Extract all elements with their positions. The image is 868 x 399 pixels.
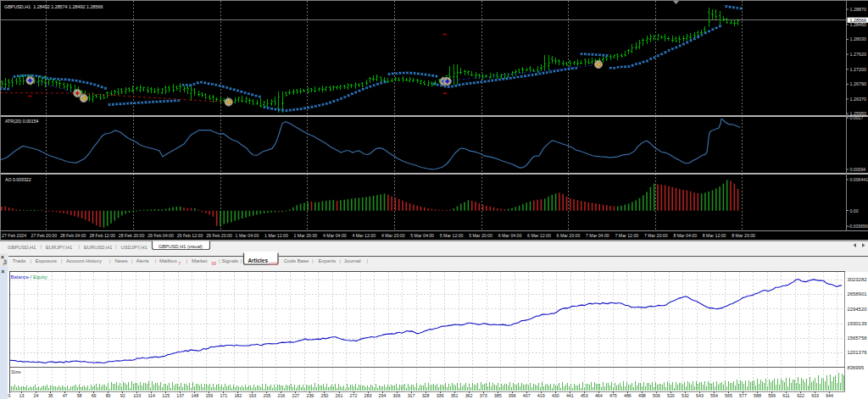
svg-text:1319: 1319 — [269, 261, 278, 266]
svg-text:7 Mar 04:00: 7 Mar 04:00 — [586, 233, 609, 238]
svg-text:92: 92 — [120, 393, 125, 398]
svg-text:633: 633 — [811, 393, 819, 398]
svg-text:565: 565 — [725, 393, 732, 398]
svg-text:1.26790: 1.26790 — [850, 81, 867, 86]
svg-text:Account History: Account History — [66, 258, 102, 263]
svg-text:Code Base: Code Base — [284, 258, 309, 263]
svg-text:Experts: Experts — [319, 258, 336, 263]
svg-text:1 Mar 20:00: 1 Mar 20:00 — [294, 233, 318, 238]
svg-text:99: 99 — [212, 261, 217, 266]
svg-text:1930139: 1930139 — [848, 321, 867, 326]
svg-text:News: News — [114, 258, 127, 263]
svg-text:EURJPY,H1: EURJPY,H1 — [46, 245, 72, 250]
svg-text:294: 294 — [379, 393, 387, 398]
svg-text:0.00094: 0.00094 — [850, 167, 866, 172]
svg-text:80: 80 — [106, 393, 111, 398]
svg-text:103: 103 — [133, 393, 141, 398]
svg-text:6 Mar 20:00: 6 Mar 20:00 — [557, 233, 581, 238]
svg-text:GBPUSD,H1: GBPUSD,H1 — [8, 245, 36, 250]
svg-text:272: 272 — [350, 393, 358, 398]
svg-text:Mailbox: Mailbox — [159, 258, 177, 263]
svg-text:4 Mar 12:00: 4 Mar 12:00 — [352, 233, 376, 238]
svg-text:47: 47 — [63, 393, 68, 398]
svg-text:317: 317 — [408, 393, 415, 398]
svg-text:GBPUSD,H1 (visual): GBPUSD,H1 (visual) — [159, 244, 203, 249]
svg-text:8 Mar 04:00: 8 Mar 04:00 — [673, 233, 697, 238]
svg-text:29 Feb 20:00: 29 Feb 20:00 — [206, 233, 232, 238]
svg-text:1.28566: 1.28566 — [850, 18, 867, 23]
svg-text:644: 644 — [826, 393, 833, 398]
svg-text:283: 283 — [364, 393, 372, 398]
svg-text:7: 7 — [179, 261, 181, 266]
svg-text:Equity: Equity — [33, 274, 47, 280]
svg-text:8 Mar 12:00: 8 Mar 12:00 — [703, 233, 726, 238]
svg-text:4 Mar 04:00: 4 Mar 04:00 — [323, 233, 347, 238]
svg-text:498: 498 — [638, 393, 646, 398]
svg-text:1 Mar 04:00: 1 Mar 04:00 — [236, 233, 259, 238]
svg-text:385: 385 — [494, 393, 502, 398]
svg-text:836995: 836995 — [848, 365, 865, 370]
svg-text:148: 148 — [191, 393, 198, 398]
svg-text:Alerts: Alerts — [136, 258, 149, 263]
svg-text:1565758: 1565758 — [848, 335, 868, 341]
svg-text:137: 137 — [176, 393, 184, 398]
svg-text:5 Mar 04:00: 5 Mar 04:00 — [410, 233, 434, 238]
svg-text:×: × — [1, 254, 4, 260]
svg-text:27 Feb 20:00: 27 Feb 20:00 — [31, 233, 58, 238]
svg-text:28 Feb 04:00: 28 Feb 04:00 — [60, 233, 86, 238]
svg-text:1201376: 1201376 — [848, 350, 868, 355]
svg-text:6 Mar 04:00: 6 Mar 04:00 — [498, 233, 522, 238]
svg-text:1.28030: 1.28030 — [850, 36, 867, 42]
svg-text:1.26370: 1.26370 — [850, 97, 867, 102]
svg-text:125: 125 — [162, 393, 170, 398]
svg-text:159: 159 — [205, 393, 213, 398]
svg-text:5 Mar 20:00: 5 Mar 20:00 — [469, 233, 492, 238]
svg-text:Size: Size — [11, 369, 21, 374]
svg-text:1.27200: 1.27200 — [850, 67, 867, 72]
svg-text:1.28870: 1.28870 — [850, 7, 867, 12]
svg-text:362: 362 — [465, 393, 473, 398]
svg-text:407: 407 — [523, 393, 531, 398]
svg-text:339: 339 — [437, 393, 444, 398]
svg-text:250: 250 — [320, 393, 328, 398]
svg-text:28 Feb 20:00: 28 Feb 20:00 — [119, 233, 145, 238]
svg-text:171: 171 — [220, 393, 227, 398]
svg-text:419: 419 — [537, 393, 545, 398]
svg-text:2658901: 2658901 — [848, 291, 867, 296]
svg-text:464: 464 — [595, 393, 603, 398]
svg-text:Market: Market — [192, 258, 208, 263]
svg-text:509: 509 — [653, 393, 660, 398]
svg-text:35: 35 — [48, 393, 53, 398]
svg-text:373: 373 — [480, 393, 487, 398]
svg-text:69: 69 — [92, 393, 97, 398]
svg-text:5 Mar 12:00: 5 Mar 12:00 — [440, 233, 464, 238]
svg-text:|: | — [115, 244, 117, 249]
svg-text:306: 306 — [393, 393, 401, 398]
svg-text:28 Feb 12:00: 28 Feb 12:00 — [89, 233, 115, 238]
svg-text:396: 396 — [509, 393, 516, 398]
svg-text:599: 599 — [768, 393, 776, 398]
svg-text:EURUSD,H1: EURUSD,H1 — [84, 245, 113, 250]
svg-text:|: | — [79, 244, 81, 249]
svg-text:|: | — [41, 244, 42, 249]
svg-text:Balance: Balance — [11, 274, 30, 280]
svg-text:114: 114 — [147, 393, 154, 398]
svg-text:0.00: 0.00 — [850, 208, 859, 213]
svg-text:588: 588 — [754, 393, 761, 398]
svg-text:Trade: Trade — [13, 258, 26, 263]
svg-text:3023282: 3023282 — [848, 277, 867, 282]
svg-text:29 Feb 12:00: 29 Feb 12:00 — [177, 233, 203, 238]
svg-text:7 Mar 20:00: 7 Mar 20:00 — [644, 233, 668, 238]
svg-text:29 Feb 04:00: 29 Feb 04:00 — [147, 233, 174, 238]
svg-text:611: 611 — [782, 393, 789, 398]
svg-text:205: 205 — [263, 393, 270, 398]
svg-text:351: 351 — [451, 393, 459, 398]
svg-text:7 Mar 12:00: 7 Mar 12:00 — [615, 233, 639, 238]
svg-text:532: 532 — [682, 393, 689, 398]
svg-text:328: 328 — [422, 393, 430, 398]
svg-text:216: 216 — [277, 393, 285, 398]
svg-text:520: 520 — [667, 393, 675, 398]
svg-text:×: × — [2, 269, 5, 274]
svg-text:543: 543 — [696, 393, 704, 398]
svg-text:ATR(20) 0.00154: ATR(20) 0.00154 — [5, 119, 39, 124]
